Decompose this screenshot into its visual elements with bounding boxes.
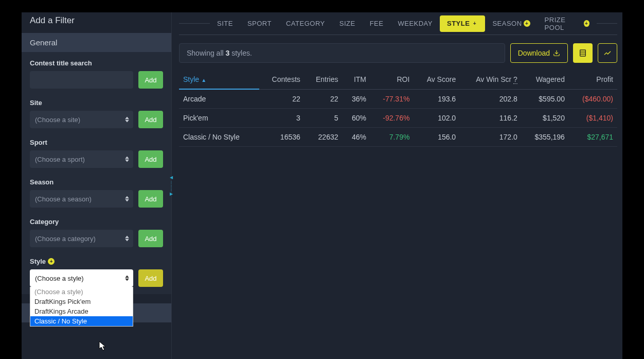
cell: 193.6 bbox=[414, 89, 460, 109]
sport-select-value: (Choose a sport) bbox=[35, 156, 85, 163]
main-content: SITESPORTCATEGORYSIZEFEEWEEKDAYSTYLE+SEA… bbox=[172, 12, 622, 359]
cell: 36% bbox=[343, 89, 371, 109]
app-frame: Add a Filter General Contest title searc… bbox=[22, 12, 622, 359]
tab-label: FEE bbox=[370, 20, 384, 27]
col-contests[interactable]: Contests bbox=[259, 70, 305, 89]
cell: 22 bbox=[259, 89, 305, 109]
filter-group-category: Category (Choose a category) Add bbox=[30, 218, 163, 247]
cell: 156.0 bbox=[414, 128, 460, 147]
cell: Classic / No Style bbox=[179, 128, 259, 147]
tab-label: SIZE bbox=[339, 20, 355, 27]
style-option[interactable]: DraftKings Pick'em bbox=[30, 297, 133, 306]
style-select-value: (Choose a style) bbox=[35, 275, 84, 282]
label-season: Season bbox=[30, 178, 163, 186]
cell: 3 bbox=[259, 109, 305, 128]
cell: 5 bbox=[305, 109, 343, 128]
col-itm[interactable]: ITM bbox=[343, 70, 371, 89]
col-avscore[interactable]: Av Score bbox=[414, 70, 460, 89]
label-search: Contest title search bbox=[30, 59, 163, 67]
resize-handle[interactable]: ◀ ⋮⋮⋮ ▶ bbox=[168, 163, 174, 209]
tab-season[interactable]: SEASON+ bbox=[485, 15, 537, 32]
tab-label: SPORT bbox=[247, 20, 272, 27]
sport-select[interactable]: (Choose a sport) bbox=[30, 150, 133, 168]
col-roi[interactable]: ROI bbox=[370, 70, 414, 89]
cell: 16536 bbox=[259, 128, 305, 147]
site-select[interactable]: (Choose a site) bbox=[30, 111, 133, 128]
cell: 202.8 bbox=[460, 89, 522, 109]
panel-header-general[interactable]: General bbox=[22, 33, 171, 52]
col-entries[interactable]: Entries bbox=[305, 70, 343, 89]
label-style: Style + bbox=[30, 258, 163, 265]
tab-weekday[interactable]: WEEKDAY bbox=[390, 15, 440, 32]
sidebar: Add a Filter General Contest title searc… bbox=[22, 12, 172, 359]
filter-group-style: Style + (Choose a style) (Choose a style… bbox=[30, 258, 163, 287]
col-style[interactable]: Style▲ bbox=[179, 70, 259, 89]
label-style-text: Style bbox=[30, 258, 46, 265]
plus-icon: + bbox=[48, 258, 55, 265]
filter-group-search: Contest title search Add bbox=[30, 59, 163, 89]
add-style-button[interactable]: Add bbox=[138, 269, 163, 287]
style-option[interactable]: Classic / No Style bbox=[30, 316, 133, 326]
table-view-button[interactable] bbox=[573, 43, 593, 63]
results-table: Style▲ Contests Entries ITM ROI Av Score… bbox=[179, 70, 617, 147]
filter-group-season: Season (Choose a season) Add bbox=[30, 178, 163, 208]
season-select[interactable]: (Choose a season) bbox=[30, 190, 133, 208]
col-avwin[interactable]: Av Win Scr ? bbox=[460, 70, 522, 89]
label-sport: Sport bbox=[30, 139, 163, 146]
panel-general: Contest title search Add Site (Choose a … bbox=[22, 52, 171, 294]
style-select[interactable]: (Choose a style) bbox=[30, 269, 133, 287]
help-icon[interactable]: ? bbox=[513, 75, 517, 84]
chart-view-button[interactable] bbox=[598, 43, 617, 63]
table-icon bbox=[579, 49, 587, 57]
tabs: SITESPORTCATEGORYSIZEFEEWEEKDAYSTYLE+SEA… bbox=[179, 12, 617, 35]
cell: ($1,410) bbox=[569, 109, 617, 128]
add-site-button[interactable]: Add bbox=[138, 111, 163, 128]
tab-style[interactable]: STYLE+ bbox=[440, 15, 485, 32]
category-select[interactable]: (Choose a category) bbox=[30, 230, 133, 247]
tab-sport[interactable]: SPORT bbox=[240, 15, 279, 32]
tab-site[interactable]: SITE bbox=[210, 15, 240, 32]
cell: 46% bbox=[343, 128, 371, 147]
tab-label: SITE bbox=[217, 20, 233, 27]
add-season-button[interactable]: Add bbox=[138, 190, 163, 208]
download-button[interactable]: Download bbox=[510, 43, 568, 63]
cell: 22632 bbox=[305, 128, 343, 147]
cell: -92.76% bbox=[370, 109, 414, 128]
updown-icon bbox=[125, 276, 129, 281]
updown-icon bbox=[125, 196, 129, 202]
tab-fee[interactable]: FEE bbox=[363, 15, 391, 32]
table-row[interactable]: Classic / No Style165362263246%7.79%156.… bbox=[179, 128, 617, 147]
site-select-value: (Choose a site) bbox=[35, 116, 80, 124]
table-row[interactable]: Arcade222236%-77.31%193.6202.8$595.00($4… bbox=[179, 89, 617, 109]
tab-label: WEEKDAY bbox=[398, 20, 433, 27]
add-search-button[interactable]: Add bbox=[138, 71, 163, 89]
download-label: Download bbox=[518, 49, 550, 57]
chart-line-icon bbox=[603, 49, 612, 57]
style-option[interactable]: (Choose a style) bbox=[30, 287, 133, 297]
updown-icon bbox=[125, 157, 129, 162]
tab-prize-pool[interactable]: PRIZE POOL+ bbox=[538, 15, 597, 32]
tab-label: STYLE bbox=[447, 20, 470, 27]
table-row[interactable]: Pick'em3560%-92.76%102.0116.2$1,520($1,4… bbox=[179, 109, 617, 128]
col-wagered[interactable]: Wagered bbox=[522, 70, 569, 89]
filter-group-sport: Sport (Choose a sport) Add bbox=[30, 139, 163, 168]
tabs-divider bbox=[597, 23, 617, 24]
cell: $355,196 bbox=[522, 128, 569, 147]
tab-size[interactable]: SIZE bbox=[332, 15, 363, 32]
category-select-value: (Choose a category) bbox=[35, 235, 96, 243]
tab-category[interactable]: CATEGORY bbox=[279, 15, 332, 32]
filter-group-site: Site (Choose a site) Add bbox=[30, 99, 163, 128]
style-option[interactable]: DraftKings Arcade bbox=[30, 306, 133, 316]
col-profit[interactable]: Profit bbox=[569, 70, 617, 89]
sort-asc-icon: ▲ bbox=[201, 77, 206, 83]
svg-rect-1 bbox=[580, 50, 586, 56]
add-sport-button[interactable]: Add bbox=[138, 150, 163, 168]
tab-label: SEASON bbox=[492, 20, 522, 27]
search-input[interactable] bbox=[30, 71, 133, 89]
style-select-wrap: (Choose a style) (Choose a style)DraftKi… bbox=[30, 269, 133, 287]
cell: 60% bbox=[343, 109, 371, 128]
cell: ($460.00) bbox=[569, 89, 617, 109]
cell: Pick'em bbox=[179, 109, 259, 128]
add-category-button[interactable]: Add bbox=[138, 230, 163, 247]
tab-label: CATEGORY bbox=[286, 20, 325, 27]
